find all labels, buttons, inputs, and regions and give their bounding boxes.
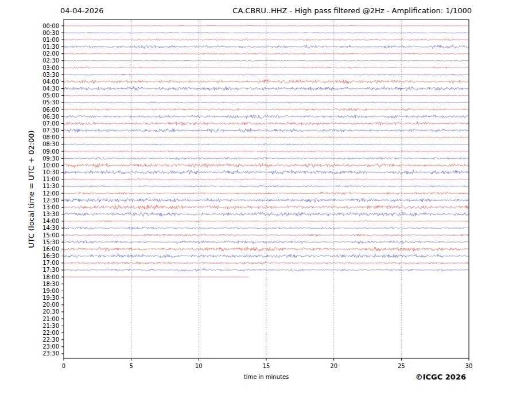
row-label: 16:00 (42, 246, 59, 252)
row-label: 19:00 (42, 288, 59, 294)
trace-00:30 (64, 32, 469, 33)
row-label: 10:30 (42, 169, 59, 175)
trace-00:00 (64, 25, 469, 26)
x-tick-label: 5 (129, 363, 133, 369)
seismogram-page: 04-04-2026 CA.CBRU..HHZ - High pass filt… (0, 0, 532, 399)
row-label: 03:00 (42, 65, 59, 71)
row-label: 07:30 (42, 127, 59, 134)
trace-05:00 (64, 95, 469, 96)
row-label: 02:00 (42, 50, 59, 57)
row-label: 01:00 (42, 37, 59, 43)
row-label: 17:30 (42, 267, 59, 273)
row-label: 11:30 (42, 183, 59, 189)
row-label: 00:00 (42, 23, 59, 29)
plot-frame (64, 19, 469, 358)
trace-14:00 (64, 220, 469, 222)
row-label: 11:00 (42, 176, 59, 182)
row-label: 12:30 (42, 197, 59, 204)
trace-10:00 (64, 163, 469, 168)
row-label: 02:30 (42, 57, 59, 64)
row-label: 05:30 (42, 99, 59, 105)
row-label: 08:00 (42, 134, 59, 140)
row-label: 21:00 (42, 316, 59, 322)
trace-08:30 (64, 144, 469, 146)
trace-15:00 (64, 234, 469, 237)
x-tick-label: 20 (330, 363, 337, 369)
row-label: 04:00 (42, 79, 59, 85)
row-label: 13:00 (42, 204, 59, 210)
row-label: 08:30 (42, 141, 59, 147)
row-label: 09:00 (42, 148, 59, 155)
row-label: 09:30 (42, 155, 59, 162)
trace-02:00 (64, 53, 469, 55)
row-label: 10:00 (42, 162, 59, 169)
row-label: 07:00 (42, 120, 59, 127)
trace-15:30 (64, 240, 469, 244)
x-tick-label: 30 (465, 363, 473, 369)
row-label: 20:30 (42, 308, 59, 315)
row-label: 21:30 (42, 323, 59, 329)
row-label: 19:30 (42, 295, 59, 301)
trace-10:30 (64, 170, 469, 175)
row-label: 16:30 (42, 253, 59, 259)
row-label: 20:00 (42, 302, 59, 308)
x-tick-label: 25 (398, 363, 405, 369)
row-label: 15:30 (42, 239, 59, 245)
row-label: 18:30 (42, 281, 59, 287)
row-label: 23:00 (42, 343, 59, 350)
row-label: 18:00 (42, 274, 59, 280)
trace-01:00 (64, 39, 469, 41)
row-label: 01:30 (42, 44, 59, 50)
trace-11:30 (64, 185, 469, 187)
row-label: 22:30 (42, 337, 59, 343)
row-label: 23:30 (42, 350, 59, 357)
row-label: 13:30 (42, 211, 59, 217)
row-label: 14:00 (42, 218, 59, 224)
row-label: 12:00 (42, 190, 59, 197)
row-label: 15:00 (42, 232, 59, 238)
x-tick-label: 15 (263, 363, 270, 369)
helicorder-plot: 00:0000:3001:0001:3002:0002:3003:0003:30… (0, 0, 532, 399)
row-label: 06:00 (42, 107, 59, 113)
row-label: 06:30 (42, 114, 59, 120)
trace-16:00 (64, 247, 469, 252)
trace-09:00 (64, 151, 469, 152)
trace-03:30 (64, 74, 469, 76)
row-label: 03:30 (42, 72, 59, 78)
row-label: 04:30 (42, 85, 59, 92)
trace-16:30 (64, 254, 469, 258)
row-label: 05:00 (42, 92, 59, 99)
row-label: 00:30 (42, 30, 59, 36)
row-label: 14:30 (42, 225, 59, 231)
trace-06:00 (64, 108, 469, 111)
x-tick-label: 0 (62, 363, 65, 369)
row-label: 22:00 (42, 330, 59, 336)
row-label: 17:00 (42, 260, 59, 266)
x-tick-label: 10 (195, 363, 203, 369)
